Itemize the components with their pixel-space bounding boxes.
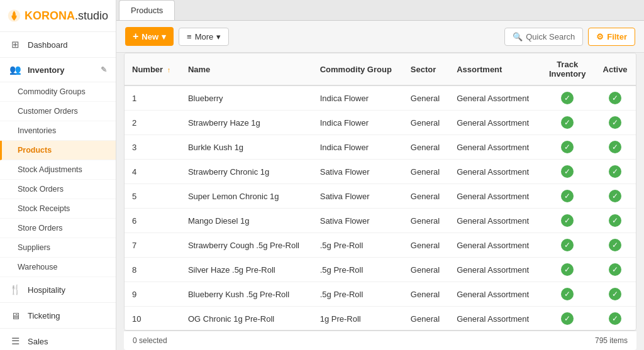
cell-track-inventory: ✓ [540, 307, 594, 331]
col-header-active[interactable]: Active [594, 53, 636, 85]
more-dropdown-icon: ▾ [216, 32, 221, 41]
cell-name: Silver Haze .5g Pre-Roll [180, 258, 313, 282]
sidebar-item-store-orders[interactable]: Store Orders [0, 219, 116, 238]
sidebar-item-inventories[interactable]: Inventories [0, 121, 116, 141]
cell-assortment: General Assortment [449, 160, 540, 184]
logo-text: KORONA.studio [25, 9, 108, 23]
search-icon: 🔍 [513, 32, 523, 41]
cell-track-inventory: ✓ [540, 160, 594, 184]
check-icon: ✓ [609, 141, 621, 153]
sidebar-item-dashboard[interactable]: ⊞ Dashboard [0, 32, 116, 58]
sidebar-item-stock-adjustments[interactable]: Stock Adjustments [0, 160, 116, 180]
table-row[interactable]: 4 Strawberry Chronic 1g Sativa Flower Ge… [125, 160, 636, 184]
cell-sector: General [403, 307, 449, 331]
table-row[interactable]: 10 OG Chronic 1g Pre-Roll 1g Pre-Roll Ge… [125, 307, 636, 331]
hospitality-label: Hospitality [28, 285, 65, 295]
sidebar-item-products[interactable]: Products [0, 141, 116, 160]
cell-active: ✓ [594, 209, 636, 233]
cell-active: ✓ [594, 258, 636, 282]
cell-assortment: General Assortment [449, 233, 540, 258]
logo-icon [8, 6, 21, 25]
cell-active: ✓ [594, 282, 636, 307]
cell-name: OG Chronic 1g Pre-Roll [180, 307, 313, 331]
cell-sector: General [403, 135, 449, 160]
cell-assortment: General Assortment [449, 282, 540, 307]
cell-number: 4 [125, 160, 180, 184]
cell-commodity-group: .5g Pre-Roll [313, 258, 403, 282]
sidebar-item-commodity-groups[interactable]: Commodity Groups [0, 82, 116, 102]
sidebar-item-warehouse[interactable]: Warehouse [0, 258, 116, 277]
cell-sector: General [403, 160, 449, 184]
sidebar-item-stock-receipts[interactable]: Stock Receipts [0, 199, 116, 219]
cell-active: ✓ [594, 85, 636, 111]
check-icon: ✓ [561, 116, 574, 129]
sidebar-item-customer-orders[interactable]: Customer Orders [0, 102, 116, 121]
table-row[interactable]: 5 Super Lemon Chronic 1g Sativa Flower G… [125, 184, 636, 209]
col-header-number[interactable]: Number ↑ [125, 53, 180, 85]
check-icon: ✓ [561, 190, 574, 202]
table-row[interactable]: 3 Burkle Kush 1g Indica Flower General G… [125, 135, 636, 160]
table-body: 1 Blueberry Indica Flower General Genera… [125, 85, 636, 331]
plus-icon: + [133, 31, 138, 42]
check-icon: ✓ [561, 92, 574, 104]
col-header-sector[interactable]: Sector [403, 53, 449, 85]
check-icon: ✓ [561, 239, 574, 251]
check-icon: ✓ [609, 214, 621, 227]
table-row[interactable]: 7 Strawberry Cough .5g Pre-Roll .5g Pre-… [125, 233, 636, 258]
sidebar-item-hospitality[interactable]: 🍴 Hospitality [0, 277, 116, 303]
cell-assortment: General Assortment [449, 85, 540, 111]
table-row[interactable]: 8 Silver Haze .5g Pre-Roll .5g Pre-Roll … [125, 258, 636, 282]
sidebar-item-inventory[interactable]: 👥 Inventory ✎ [0, 58, 116, 82]
cell-active: ✓ [594, 160, 636, 184]
col-header-name[interactable]: Name [180, 53, 313, 85]
tab-products[interactable]: Products [119, 0, 175, 20]
inventory-icon: 👥 [9, 63, 21, 76]
table-row[interactable]: 2 Strawberry Haze 1g Indica Flower Gener… [125, 111, 636, 135]
status-bar: 0 selected 795 items [124, 331, 636, 350]
cell-commodity-group: .5g Pre-Roll [313, 282, 403, 307]
sidebar-item-suppliers[interactable]: Suppliers [0, 238, 116, 258]
quick-search-button[interactable]: 🔍 Quick Search [504, 28, 583, 46]
logo-area: KORONA.studio [0, 0, 116, 32]
tab-bar: Products [116, 0, 644, 21]
more-button[interactable]: ≡ More ▾ [179, 28, 229, 46]
sidebar-item-sales[interactable]: ☰ Sales [0, 329, 116, 350]
cell-number: 9 [125, 282, 180, 307]
selected-count: 0 selected [133, 336, 167, 345]
cell-commodity-group: 1g Pre-Roll [313, 307, 403, 331]
check-icon: ✓ [561, 263, 574, 276]
cell-number: 10 [125, 307, 180, 331]
table-row[interactable]: 1 Blueberry Indica Flower General Genera… [125, 85, 636, 111]
cell-track-inventory: ✓ [540, 135, 594, 160]
filter-button[interactable]: ⚙ Filter [588, 28, 635, 46]
cell-number: 2 [125, 111, 180, 135]
cell-commodity-group: Sativa Flower [313, 184, 403, 209]
sidebar: KORONA.studio ⊞ Dashboard 👥 Inventory ✎ … [0, 0, 116, 350]
cell-assortment: General Assortment [449, 135, 540, 160]
sidebar-item-stock-orders[interactable]: Stock Orders [0, 180, 116, 199]
hospitality-icon: 🍴 [9, 283, 21, 296]
new-button[interactable]: + New ▾ [125, 27, 174, 46]
cell-active: ✓ [594, 184, 636, 209]
inventory-label: Inventory [28, 65, 65, 75]
cell-assortment: General Assortment [449, 307, 540, 331]
col-header-assortment[interactable]: Assortment [449, 53, 540, 85]
table-row[interactable]: 9 Blueberry Kush .5g Pre-Roll .5g Pre-Ro… [125, 282, 636, 307]
check-icon: ✓ [609, 190, 621, 202]
check-icon: ✓ [561, 312, 574, 325]
col-header-track-inventory[interactable]: TrackInventory [540, 53, 594, 85]
cell-name: Super Lemon Chronic 1g [180, 184, 313, 209]
toolbar: + New ▾ ≡ More ▾ 🔍 Quick Search ⚙ Filter [116, 21, 644, 53]
col-header-commodity-group[interactable]: Commodity Group [313, 53, 403, 85]
cell-sector: General [403, 209, 449, 233]
cell-name: Blueberry Kush .5g Pre-Roll [180, 282, 313, 307]
cell-active: ✓ [594, 233, 636, 258]
cell-name: Strawberry Cough .5g Pre-Roll [180, 233, 313, 258]
table-row[interactable]: 6 Mango Diesel 1g Sativa Flower General … [125, 209, 636, 233]
cell-commodity-group: Sativa Flower [313, 160, 403, 184]
sidebar-item-ticketing[interactable]: 🖥 Ticketing [0, 303, 116, 329]
filter-icon: ⚙ [596, 32, 604, 41]
cell-commodity-group: Sativa Flower [313, 209, 403, 233]
list-icon: ≡ [187, 32, 192, 41]
cell-name: Blueberry [180, 85, 313, 111]
